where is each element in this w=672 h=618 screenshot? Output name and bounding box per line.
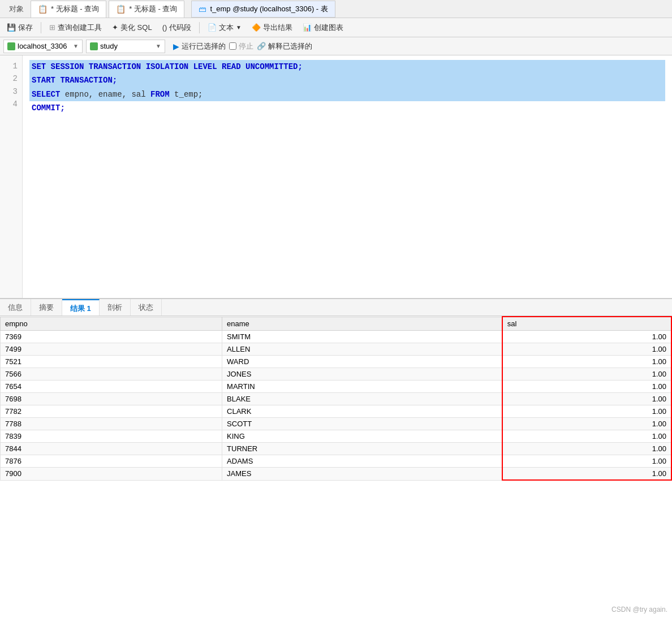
cell-empno: 7521 xyxy=(1,356,222,368)
cell-sal: 1.00 xyxy=(502,455,671,468)
text-button[interactable]: 📄 文本 ▼ xyxy=(203,20,246,35)
cell-ename: JAMES xyxy=(222,468,502,481)
cell-empno: 7876 xyxy=(1,455,222,468)
cell-ename: WARD xyxy=(222,356,502,368)
table-row: 7876ADAMS1.00 xyxy=(1,455,672,468)
cell-ename: SMITM xyxy=(222,331,502,343)
table-icon: 🗃 xyxy=(199,5,206,14)
stop-section: 停止 xyxy=(229,41,253,51)
line-num-3: 3 xyxy=(7,85,18,98)
cell-sal: 1.00 xyxy=(502,405,671,418)
stop-checkbox[interactable] xyxy=(229,42,236,50)
stop-label: 停止 xyxy=(239,41,253,51)
export-button[interactable]: 🔶 导出结果 xyxy=(247,20,297,35)
cell-ename: MARTIN xyxy=(222,381,502,393)
database-select[interactable]: study ▼ xyxy=(86,40,165,53)
cell-empno: 7782 xyxy=(1,405,222,418)
title-bar: 对象 📋 * 无标题 - 查询 📋 * 无标题 - 查询 🗃 t_emp @st… xyxy=(0,0,672,18)
cell-empno: 7844 xyxy=(1,443,222,455)
col-header-empno: empno xyxy=(1,317,222,331)
cell-sal: 1.00 xyxy=(502,381,671,393)
tab-info[interactable]: 信息 xyxy=(0,299,31,316)
main-area: 1 2 3 4 SET SESSION TRANSACTION ISOLATIO… xyxy=(0,55,672,618)
cell-empno: 7900 xyxy=(1,468,222,481)
query-tab-1-label: * 无标题 - 查询 xyxy=(51,4,99,14)
table-row: 7654MARTIN1.00 xyxy=(1,381,672,393)
cell-sal: 1.00 xyxy=(502,443,671,455)
run-selected-label: 运行已选择的 xyxy=(182,41,226,51)
cell-sal: 1.00 xyxy=(502,468,671,481)
explain-label: 解释已选择的 xyxy=(268,41,312,51)
beautify-icon: ✦ xyxy=(112,23,118,32)
cell-ename: CLARK xyxy=(222,405,502,418)
database-chevron-icon: ▼ xyxy=(156,43,161,49)
tab-profile[interactable]: 剖析 xyxy=(100,299,131,316)
cell-empno: 7369 xyxy=(1,331,222,343)
cell-sal: 1.00 xyxy=(502,430,671,443)
save-button[interactable]: 💾 保存 xyxy=(2,20,37,35)
table-row: 7566JONES1.00 xyxy=(1,368,672,381)
connection-select[interactable]: localhost_3306 ▼ xyxy=(3,40,83,53)
text-dropdown-icon: ▼ xyxy=(236,24,242,31)
chart-button[interactable]: 📊 创建图表 xyxy=(298,20,348,35)
line-num-2: 2 xyxy=(7,72,18,85)
connection-icon xyxy=(7,42,15,50)
line-num-1: 1 xyxy=(7,60,18,72)
beautify-button[interactable]: ✦ 美化 SQL xyxy=(107,20,157,35)
cell-sal: 1.00 xyxy=(502,356,671,368)
connection-bar: localhost_3306 ▼ study ▼ ▶ 运行已选择的 停止 🔗 解… xyxy=(0,37,672,55)
cell-ename: BLAKE xyxy=(222,393,502,405)
query-builder-label: 查询创建工具 xyxy=(58,23,102,33)
cell-sal: 1.00 xyxy=(502,331,671,343)
table-row: 7844TURNER1.00 xyxy=(1,443,672,455)
col-header-ename: ename xyxy=(222,317,502,331)
table-row: 7521WARD1.00 xyxy=(1,356,672,368)
code-line-3: SELECT empno, ename, sal FROM t_emp; xyxy=(29,88,665,101)
explain-button[interactable]: 🔗 解释已选择的 xyxy=(257,41,312,51)
table-tab-label: t_emp @study (localhost_3306) - 表 xyxy=(210,4,328,14)
cell-ename: ALLEN xyxy=(222,343,502,356)
cell-empno: 7788 xyxy=(1,418,222,430)
chart-icon: 📊 xyxy=(303,23,312,32)
code-editor[interactable]: SET SESSION TRANSACTION ISOLATION LEVEL … xyxy=(23,55,672,298)
query-builder-button[interactable]: ⊞ 查询创建工具 xyxy=(45,20,106,35)
table-row: 7782CLARK1.00 xyxy=(1,405,672,418)
cell-sal: 1.00 xyxy=(502,343,671,356)
line-numbers: 1 2 3 4 xyxy=(0,55,23,298)
code-line-2: START TRANSACTION; xyxy=(29,74,665,87)
bottom-panel: 信息 摘要 结果 1 剖析 状态 empno ename sal 7369SMI… xyxy=(0,299,672,508)
cell-sal: 1.00 xyxy=(502,393,671,405)
code-line-4: COMMIT; xyxy=(29,101,665,115)
query-tab-2[interactable]: 📋 * 无标题 - 查询 xyxy=(109,1,184,18)
tab-summary[interactable]: 摘要 xyxy=(31,299,62,316)
result-table: empno ename sal 7369SMITM1.007499ALLEN1.… xyxy=(0,316,672,481)
tab-status[interactable]: 状态 xyxy=(131,299,162,316)
code-button[interactable]: () 代码段 xyxy=(158,20,196,35)
query-icon-2: 📋 xyxy=(116,5,126,14)
chart-label: 创建图表 xyxy=(314,23,343,33)
tab-result1[interactable]: 结果 1 xyxy=(62,299,100,316)
cell-ename: JONES xyxy=(222,368,502,381)
run-section: ▶ 运行已选择的 停止 🔗 解释已选择的 xyxy=(173,41,312,51)
table-row: 7900JAMES1.00 xyxy=(1,468,672,481)
result-area[interactable]: empno ename sal 7369SMITM1.007499ALLEN1.… xyxy=(0,316,672,508)
connection-chevron-icon: ▼ xyxy=(73,43,79,49)
run-selected-button[interactable]: ▶ 运行已选择的 xyxy=(173,41,226,51)
play-icon: ▶ xyxy=(173,42,179,51)
table-tab[interactable]: 🗃 t_emp @study (localhost_3306) - 表 xyxy=(191,1,335,18)
query-tab-2-label: * 无标题 - 查询 xyxy=(129,4,177,14)
save-icon: 💾 xyxy=(7,23,16,32)
table-row: 7839KING1.00 xyxy=(1,430,672,443)
cell-empno: 7839 xyxy=(1,430,222,443)
save-label: 保存 xyxy=(18,23,33,33)
table-row: 7788SCOTT1.00 xyxy=(1,418,672,430)
query-tab-1[interactable]: 📋 * 无标题 - 查询 xyxy=(31,1,106,18)
bottom-tabs: 信息 摘要 结果 1 剖析 状态 xyxy=(0,299,672,316)
connection-label: localhost_3306 xyxy=(18,42,67,50)
table-row: 7499ALLEN1.00 xyxy=(1,343,672,356)
table-header-row: empno ename sal xyxy=(1,317,672,331)
code-label: () 代码段 xyxy=(162,23,191,33)
table-row: 7369SMITM1.00 xyxy=(1,331,672,343)
toolbar: 💾 保存 ⊞ 查询创建工具 ✦ 美化 SQL () 代码段 📄 文本 ▼ 🔶 导… xyxy=(0,18,672,37)
cell-sal: 1.00 xyxy=(502,418,671,430)
